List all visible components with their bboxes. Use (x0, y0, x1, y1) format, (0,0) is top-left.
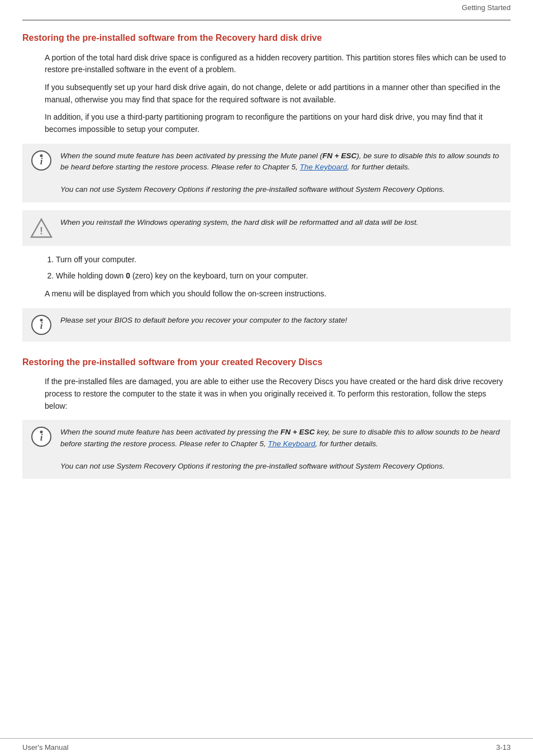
page-footer: User's Manual 3-13 (0, 738, 533, 756)
step-2: While holding down 0 (zero) key on the k… (56, 270, 511, 282)
info-icon-3: i (28, 427, 55, 447)
section1-notice1-content: When the sound mute feature has been act… (60, 150, 503, 196)
section1-notice3-content: Please set your BIOS to default before y… (60, 315, 503, 326)
section2-para: If the pre-installed files are damaged, … (45, 376, 511, 412)
keyboard-link-1[interactable]: The Keyboard (300, 163, 348, 171)
info-letter-2: i (40, 320, 43, 332)
page-header: Getting Started (0, 0, 533, 14)
info-icon-2: i (28, 315, 55, 335)
svg-text:!: ! (40, 225, 43, 237)
info-icon-circle-1: i (31, 150, 51, 171)
steps-list: Turn off your computer. While holding do… (56, 254, 511, 282)
section1-notice2-content: When you reinstall the Windows operating… (60, 217, 503, 228)
section2-notice1: i When the sound mute feature has been a… (22, 420, 511, 479)
keyboard-link-2[interactable]: The Keyboard (268, 440, 315, 448)
info-icon-circle-3: i (31, 427, 51, 447)
section2-notice1-content: When the sound mute feature has been act… (60, 427, 503, 472)
section1-para2: If you subsequently set up your hard dis… (45, 82, 511, 106)
warning-icon-1: ! (28, 217, 55, 239)
section1-title: Restoring the pre-installed software fro… (22, 32, 511, 44)
footer-right: 3-13 (496, 743, 511, 752)
section1-para1: A portion of the total hard disk drive s… (45, 52, 511, 76)
info-icon-circle-2: i (31, 315, 51, 335)
section1-para3: In addition, if you use a third-party pa… (45, 111, 511, 135)
page: Getting Started Restoring the pre-instal… (0, 0, 533, 756)
content: Restoring the pre-installed software fro… (0, 21, 533, 520)
section1-notice1: i When the sound mute feature has been a… (22, 144, 511, 202)
warning-triangle-icon: ! (30, 217, 53, 239)
step-1: Turn off your computer. (56, 254, 511, 266)
section1-notice2: ! When you reinstall the Windows operati… (22, 210, 511, 246)
info-icon-1: i (28, 150, 55, 171)
header-title: Getting Started (462, 3, 511, 12)
section1-notice3: i Please set your BIOS to default before… (22, 308, 511, 342)
footer-left: User's Manual (22, 743, 69, 752)
info-letter-1: i (40, 156, 43, 167)
section2-title: Restoring the pre-installed software fro… (22, 356, 511, 368)
info-letter-3: i (40, 432, 43, 443)
after-steps-text: A menu will be displayed from which you … (45, 288, 511, 300)
